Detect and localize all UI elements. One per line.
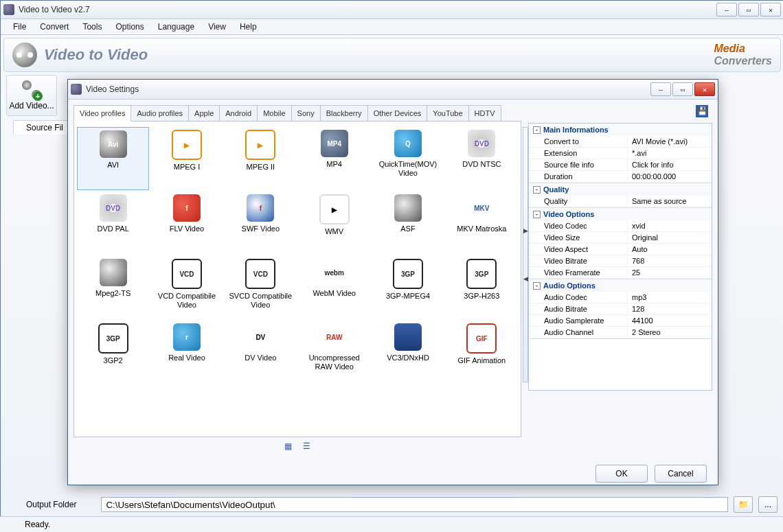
- prop-key: Duration: [529, 171, 628, 182]
- dialog-close-button[interactable]: ✕: [694, 82, 715, 96]
- tab-audio-profiles[interactable]: Audio profiles: [130, 105, 189, 121]
- save-icon[interactable]: 💾: [696, 105, 708, 117]
- tab-video-profiles[interactable]: Video profiles: [73, 105, 131, 122]
- prop-section-header[interactable]: -Main Informations: [529, 124, 712, 136]
- profile-gif-animation[interactable]: GIFGIF Animation: [446, 321, 518, 384]
- prop-row[interactable]: Video Codecxvid: [529, 220, 712, 232]
- prop-value[interactable]: 2 Stereo: [628, 327, 712, 338]
- prop-row[interactable]: Source file infoClick for info: [529, 159, 712, 171]
- profile-avi[interactable]: AVI: [77, 127, 149, 190]
- profile-3gp-h263[interactable]: 3GP3GP-H263: [446, 256, 518, 319]
- prop-value[interactable]: 768: [628, 255, 712, 266]
- prop-value[interactable]: xvid: [628, 220, 712, 231]
- minimize-button[interactable]: —: [716, 3, 737, 16]
- 3gp-icon: 3GP: [98, 323, 128, 354]
- maximize-button[interactable]: ▭: [738, 3, 759, 16]
- prop-row[interactable]: Audio Channel2 Stereo: [529, 327, 712, 338]
- profile-asf[interactable]: ASF: [372, 192, 444, 255]
- profile-dvd-pal[interactable]: DVDDVD PAL: [77, 192, 149, 255]
- prop-row[interactable]: Audio Samplerate44100: [529, 315, 712, 327]
- grid-icons-view-button[interactable]: ▦: [284, 441, 292, 451]
- prop-value[interactable]: *.avi: [628, 148, 712, 159]
- ok-button[interactable]: OK: [595, 465, 648, 483]
- prop-section-title: Audio Options: [543, 281, 595, 290]
- profile-swf-video[interactable]: fSWF Video: [225, 192, 297, 255]
- profile-svcd-compatibile-video[interactable]: VCDSVCD Compatibile Video: [225, 256, 297, 319]
- prop-section-header[interactable]: -Video Options: [529, 208, 712, 220]
- prop-value[interactable]: 00:00:00.000: [628, 171, 712, 182]
- menu-tools[interactable]: Tools: [76, 20, 109, 34]
- tab-apple[interactable]: Apple: [188, 105, 220, 121]
- menu-file[interactable]: File: [6, 20, 33, 34]
- tab-sony[interactable]: Sony: [291, 105, 321, 121]
- profile-label: MP4: [326, 160, 342, 169]
- browse-folder-button[interactable]: 📁: [734, 496, 753, 513]
- profile-mpeg-ii[interactable]: ▶MPEG II: [225, 127, 297, 190]
- tab-mobile[interactable]: Mobile: [257, 105, 291, 121]
- profile-real-video[interactable]: rReal Video: [150, 321, 223, 384]
- prop-value[interactable]: AVI Movie (*.avi): [628, 136, 712, 147]
- prop-row[interactable]: Convert toAVI Movie (*.avi): [529, 136, 712, 148]
- menu-help[interactable]: Help: [233, 20, 264, 34]
- profile-webm-video[interactable]: webmWebM Video: [298, 256, 370, 319]
- tab-android[interactable]: Android: [219, 105, 258, 121]
- profile-dvd-ntsc[interactable]: DVDDVD NTSC: [446, 127, 518, 190]
- prop-row[interactable]: Video SizeOriginal: [529, 232, 712, 244]
- profile-label: VCD Compatibile Video: [152, 292, 221, 310]
- prop-value[interactable]: Same as source: [628, 196, 712, 207]
- add-video-label: Add Video...: [9, 101, 54, 111]
- prop-section-header[interactable]: -Audio Options: [529, 279, 712, 292]
- menu-view[interactable]: View: [201, 20, 233, 34]
- dialog-minimize-button[interactable]: —: [650, 82, 671, 96]
- splitter[interactable]: ▶◀: [523, 127, 528, 382]
- prop-row[interactable]: Video Framerate25: [529, 267, 712, 279]
- prop-value[interactable]: Click for info: [628, 159, 712, 170]
- grid-list-view-button[interactable]: ☰: [303, 441, 310, 451]
- cancel-button[interactable]: Cancel: [655, 465, 707, 483]
- profile-mpeg2-ts[interactable]: Mpeg2-TS: [77, 256, 149, 319]
- output-folder-input[interactable]: [101, 497, 728, 512]
- prop-key: Audio Codec: [529, 292, 628, 303]
- tab-blackberry[interactable]: Blackberry: [320, 105, 368, 121]
- prop-row[interactable]: Audio Codecmp3: [529, 292, 712, 303]
- prop-value[interactable]: 44100: [628, 315, 712, 326]
- prop-row[interactable]: Video Bitrate768: [529, 255, 712, 267]
- menu-convert[interactable]: Convert: [33, 20, 76, 34]
- prop-row[interactable]: Audio Bitrate128: [529, 303, 712, 315]
- profile-quicktime-mov-video[interactable]: QQuickTime(MOV) Video: [372, 127, 444, 190]
- prop-value[interactable]: Auto: [628, 244, 712, 255]
- profile-dv-video[interactable]: DVDV Video: [225, 321, 297, 384]
- prop-value[interactable]: Original: [628, 232, 712, 243]
- profile-mkv-matroska[interactable]: MKVMKV Matroska: [446, 192, 518, 255]
- more-button[interactable]: ...: [758, 496, 778, 513]
- prop-section-header[interactable]: -Quality: [529, 183, 712, 196]
- profile-uncompressed-raw-video[interactable]: RAWUncompressed RAW Video: [298, 321, 370, 384]
- profile-vc3-dnxhd[interactable]: VC3/DNxHD: [372, 321, 444, 384]
- prop-row[interactable]: Duration00:00:00.000: [529, 171, 712, 183]
- profile-mp4[interactable]: MP4MP4: [298, 127, 370, 190]
- close-button[interactable]: ✕: [760, 3, 781, 16]
- prop-row[interactable]: Video AspectAuto: [529, 244, 712, 255]
- profile-vcd-compatibile-video[interactable]: VCDVCD Compatibile Video: [150, 256, 223, 319]
- prop-value[interactable]: mp3: [628, 292, 712, 303]
- profile-3gp2[interactable]: 3GP3GP2: [77, 321, 149, 384]
- profile-wmv[interactable]: ▶WMV: [298, 192, 370, 255]
- dv-icon: DV: [247, 323, 274, 351]
- tab-youtube[interactable]: YouTube: [427, 105, 468, 121]
- prop-key: Extension: [529, 148, 628, 159]
- prop-value[interactable]: 128: [628, 303, 712, 314]
- profile-tabs: Video profilesAudio profilesAppleAndroid…: [73, 105, 521, 122]
- profile-mpeg-i[interactable]: ▶MPEG I: [150, 127, 223, 190]
- menu-language[interactable]: Language: [151, 20, 201, 34]
- add-video-button[interactable]: + Add Video...: [6, 75, 57, 116]
- profile-label: AVI: [107, 161, 119, 170]
- prop-row[interactable]: Extension*.avi: [529, 148, 712, 159]
- tab-hdtv[interactable]: HDTV: [468, 105, 501, 121]
- prop-row[interactable]: QualitySame as source: [529, 196, 712, 207]
- profile-3gp-mpeg4[interactable]: 3GP3GP-MPEG4: [372, 256, 444, 319]
- tab-other-devices[interactable]: Other Devices: [367, 105, 428, 121]
- menu-options[interactable]: Options: [109, 20, 150, 34]
- dialog-maximize-button[interactable]: ▭: [672, 82, 693, 96]
- profile-flv-video[interactable]: fFLV Video: [150, 192, 223, 255]
- prop-value[interactable]: 25: [628, 267, 712, 278]
